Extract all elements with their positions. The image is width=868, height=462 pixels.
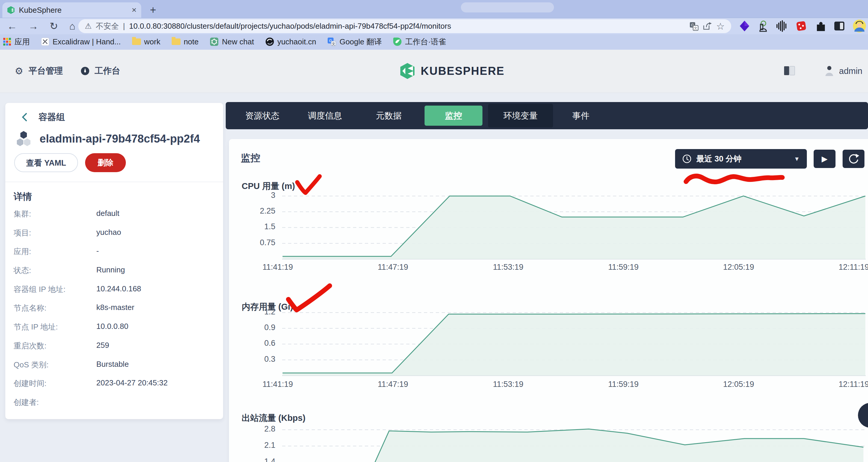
forward-icon[interactable]: → [28,18,38,34]
autorefresh-play-button[interactable]: ▶ [814,150,836,168]
detail-label: 节点 IP 地址: [13,322,58,332]
puzzle-extension-icon[interactable] [815,21,826,32]
monitor-title: 监控 [241,151,260,165]
tab-events[interactable]: 事件 [548,102,613,129]
chatgpt-icon [210,37,219,46]
detail-value: 2023-04-27 20:45:32 [96,378,167,387]
address-bar[interactable]: ⚠ 不安全 | 10.0.0.80:30880/clusters/default… [78,19,731,33]
google-translate-icon: G文 [327,37,336,46]
detail-value: 259 [96,341,109,350]
user-menu[interactable]: admin [824,63,862,79]
bookmark-excalidraw[interactable]: Excalidraw | Hand... [41,37,121,47]
person-search-extension-icon[interactable] [757,20,768,32]
detail-row: 节点 IP 地址:10.0.0.80 [13,322,215,341]
bookmark-label: note [184,37,199,47]
docs-book-icon[interactable] [783,66,795,76]
detail-label: 创建者: [13,397,39,408]
reload-icon[interactable]: ↻ [50,18,58,34]
detail-value: Burstable [96,360,129,369]
browser-tab[interactable]: KubeSphere × [2,2,141,18]
detail-label: 项目: [13,228,31,238]
memory-chart-title: 内存用量 (Gi) [242,301,293,313]
time-range-select[interactable]: 最近 30 分钟 ▼ [675,149,807,169]
yuque-icon [393,37,402,46]
sidebar-divider [5,182,223,182]
bookmark-label: 工作台·语雀 [405,37,446,47]
folder-icon [132,38,141,45]
pod-detail-tabbar: 资源状态 调度信息 元数据 监控 环境变量 事件 [226,102,868,129]
url-divider: | [123,22,125,31]
time-range-value: 最近 30 分钟 [696,153,789,164]
bookmark-google-translate[interactable]: G文 Google 翻译 [327,37,382,47]
platform-manage-nav[interactable]: ⚙ 平台管理 [15,62,63,80]
details-title: 详情 [13,191,32,203]
tab-strip-highlight [461,2,554,12]
yuchaoit-icon [265,37,274,46]
dashboard-dial-icon [80,66,90,76]
waveform-extension-icon[interactable] [776,20,788,32]
profile-avatar[interactable] [852,19,866,33]
tab-resource-status[interactable]: 资源状态 [230,102,295,129]
kubesphere-logo-icon [399,62,415,80]
workbench-nav[interactable]: 工作台 [80,62,120,80]
detail-row: 创建者: [13,397,215,416]
detail-row: QoS 类别:Burstable [13,360,215,379]
kubesphere-logo[interactable]: KUBESPHERE [399,61,505,81]
translate-icon[interactable]: G文 [689,22,699,31]
delete-button[interactable]: 删除 [85,153,126,172]
bookmark-label: 应用 [14,37,30,47]
detail-row: 项目:yuchao [13,228,215,247]
detail-label: 应用: [13,247,31,257]
share-icon[interactable] [703,22,712,31]
bookmark-yuque[interactable]: 工作台·语雀 [393,37,446,47]
bookmark-star-icon[interactable]: ☆ [716,21,725,32]
username: admin [839,66,862,76]
bookmark-yuchaoit[interactable]: yuchaoit.cn [265,37,316,47]
bookmarks-items: 应用 Excalidraw | Hand... work note New ch… [3,35,446,49]
cpu-chart-title: CPU 用量 (m) [242,180,295,192]
detail-row: 状态:Running [13,265,215,284]
svg-text:文: 文 [694,26,698,30]
tab-metadata[interactable]: 元数据 [356,102,421,129]
side-panel-extension-icon[interactable] [834,21,845,31]
details-list: 集群:default 项目:yuchao 应用:- 状态:Running 容器组… [13,209,215,416]
diamond-extension-icon[interactable] [739,20,750,32]
pod-icon [16,131,32,147]
tab-monitoring[interactable]: 监控 [425,106,483,126]
security-label[interactable]: 不安全 [96,21,119,31]
monitor-panel [229,139,868,462]
gear-icon: ⚙ [15,65,23,77]
folder-icon [172,38,181,45]
extension-icons [739,18,866,34]
tab-close-icon[interactable]: × [132,5,136,15]
back-icon[interactable]: ← [7,18,17,34]
back-to-pods[interactable]: 容器组 [21,111,65,124]
tab-env-vars[interactable]: 环境变量 [488,104,553,127]
home-icon[interactable]: ⌂ [69,18,75,34]
dice-extension-icon[interactable] [795,20,807,32]
bookmark-new-chat[interactable]: New chat [210,37,254,47]
bookmark-apps[interactable]: 应用 [3,37,30,47]
warning-icon: ⚠ [85,22,92,31]
refresh-button[interactable] [843,150,864,168]
new-tab-button[interactable]: + [147,4,159,17]
url-text[interactable]: 10.0.0.80:30880/clusters/default/project… [129,22,685,31]
user-icon [824,65,834,77]
detail-value: 10.0.0.80 [96,322,128,331]
workbench-label: 工作台 [95,65,120,77]
nav-buttons: ← → ↻ ⌂ [7,18,75,34]
detail-value: Running [96,265,125,275]
pod-name: eladmin-api-79b478cf54-pp2f4 [39,133,200,145]
detail-row: 创建时间:2023-04-27 20:45:32 [13,378,215,397]
bookmark-note[interactable]: note [172,37,199,47]
svg-text:文: 文 [332,42,335,46]
view-yaml-button[interactable]: 查看 YAML [14,153,78,172]
detail-label: QoS 类别: [13,360,49,370]
bookmark-label: work [144,37,160,47]
detail-label: 集群: [13,209,31,219]
detail-label: 容器组 IP 地址: [13,284,66,295]
tab-scheduling-info[interactable]: 调度信息 [292,102,358,129]
chevron-down-icon: ▼ [794,155,800,163]
bookmark-work[interactable]: work [132,37,160,47]
detail-row: 容器组 IP 地址:10.244.0.168 [13,284,215,303]
